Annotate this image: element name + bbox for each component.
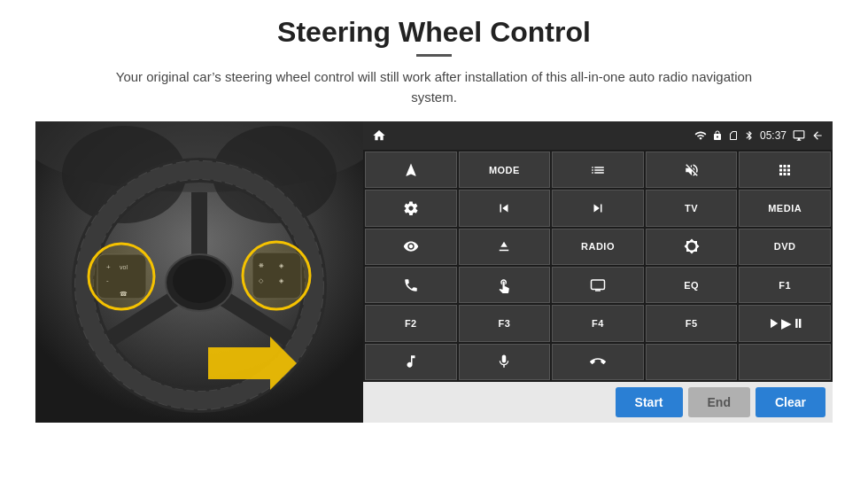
btn-f2[interactable]: F2: [365, 305, 457, 341]
clear-button[interactable]: Clear: [756, 387, 825, 417]
btn-radio[interactable]: RADIO: [552, 229, 644, 265]
button-grid: MODE TV: [363, 150, 833, 382]
btn-dvd[interactable]: DVD: [739, 229, 831, 265]
svg-point-22: [89, 244, 154, 309]
btn-list[interactable]: [552, 152, 644, 188]
btn-media[interactable]: MEDIA: [739, 190, 831, 226]
wifi-icon: [694, 129, 707, 142]
control-panel: 05:37 MODE: [363, 121, 833, 423]
status-bar: 05:37: [363, 121, 833, 150]
btn-empty2: [739, 344, 831, 380]
btn-mute[interactable]: [646, 152, 738, 188]
status-right: 05:37: [694, 129, 824, 142]
page-title: Steering Wheel Control: [277, 16, 591, 49]
btn-empty1: [646, 344, 738, 380]
btn-phone[interactable]: [365, 267, 457, 303]
page-wrapper: Steering Wheel Control Your original car…: [0, 0, 868, 482]
steering-wheel-image: + vol - ☎ ❋ ◈ ◇ ◈: [35, 121, 363, 423]
btn-display[interactable]: [552, 267, 644, 303]
home-icon: [372, 128, 386, 143]
btn-music[interactable]: [365, 344, 457, 380]
end-button[interactable]: End: [688, 387, 750, 417]
btn-grid-app[interactable]: [739, 152, 831, 188]
btn-prev[interactable]: [459, 190, 551, 226]
btn-swipe[interactable]: [459, 267, 551, 303]
page-subtitle: Your original car’s steering wheel contr…: [115, 67, 753, 107]
btn-mode[interactable]: MODE: [459, 152, 551, 188]
svg-rect-25: [591, 280, 604, 290]
btn-call-end[interactable]: [552, 344, 644, 380]
btn-eject[interactable]: [459, 229, 551, 265]
btn-360[interactable]: [365, 229, 457, 265]
btn-settings[interactable]: [365, 190, 457, 226]
steering-wheel-svg: + vol - ☎ ❋ ◈ ◇ ◈: [35, 121, 363, 423]
steering-wheel-bg: + vol - ☎ ❋ ◈ ◇ ◈: [35, 121, 363, 423]
sim-icon: [728, 129, 739, 142]
btn-f4[interactable]: F4: [552, 305, 644, 341]
btn-f3[interactable]: F3: [459, 305, 551, 341]
btn-nav-arrow[interactable]: [365, 152, 457, 188]
btn-f1[interactable]: F1: [739, 267, 831, 303]
btn-mic[interactable]: [459, 344, 551, 380]
btn-brightness[interactable]: [646, 229, 738, 265]
btn-next[interactable]: [552, 190, 644, 226]
back-icon: [811, 129, 824, 142]
bluetooth-icon: [744, 129, 755, 142]
btn-play-pause[interactable]: ▶⏸: [739, 305, 831, 341]
screen-icon: [792, 129, 806, 142]
title-divider: [416, 54, 452, 57]
start-button[interactable]: Start: [616, 387, 683, 417]
lock-icon: [712, 129, 723, 142]
svg-point-11: [173, 259, 226, 303]
status-left: [372, 128, 386, 143]
svg-point-23: [243, 242, 310, 309]
action-bar: Start End Clear: [363, 382, 833, 423]
status-time: 05:37: [760, 129, 787, 142]
btn-tv[interactable]: TV: [646, 190, 738, 226]
btn-f5[interactable]: F5: [646, 305, 738, 341]
content-area: + vol - ☎ ❋ ◈ ◇ ◈: [35, 121, 833, 423]
btn-eq[interactable]: EQ: [646, 267, 738, 303]
